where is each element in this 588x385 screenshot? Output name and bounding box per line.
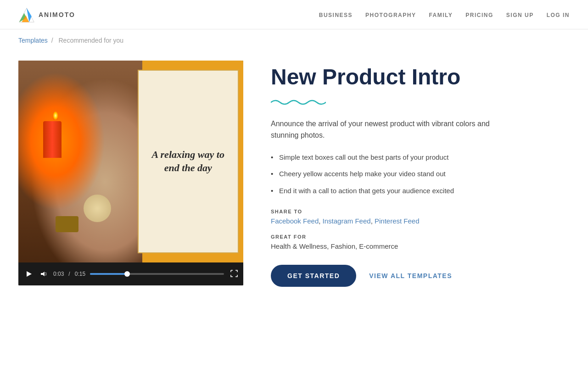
breadcrumb: Templates / Recommended for you — [0, 29, 588, 51]
video-container: A relaxing way to end the day — [18, 61, 243, 287]
svg-line-7 — [45, 274, 46, 275]
svg-line-6 — [45, 273, 46, 273]
feature-item: Cheery yellow accents help make your vid… — [271, 169, 500, 179]
share-to-section: SHARE TO Facebook Feed, Instagram Feed, … — [271, 209, 570, 225]
nav-login[interactable]: LOG IN — [547, 12, 570, 18]
svg-marker-4 — [27, 271, 32, 277]
main-content: A relaxing way to end the day — [0, 51, 588, 314]
great-for-section: GREAT FOR Health & Wellness, Fashion, E-… — [271, 234, 570, 250]
volume-icon — [40, 271, 47, 277]
video-controls: 0:03 / 0:15 — [18, 262, 243, 285]
animoto-logo-icon — [18, 6, 35, 23]
candle-flame-icon — [53, 111, 58, 120]
logo[interactable]: ANIMOTO — [18, 6, 75, 23]
get-started-button[interactable]: GET STARTED — [271, 265, 356, 287]
navbar: ANIMOTO BUSINESS PHOTOGRAPHY FAMILY PRIC… — [0, 0, 588, 29]
video-candle-area — [18, 61, 142, 262]
view-all-templates-button[interactable]: VIEW ALL TEMPLATES — [369, 272, 452, 279]
video-thumbnail: A relaxing way to end the day — [18, 61, 243, 262]
nav-links: BUSINESS PHOTOGRAPHY FAMILY PRICING SIGN… — [319, 11, 570, 19]
product-title: New Product Intro — [271, 65, 570, 89]
fullscreen-button[interactable] — [230, 270, 238, 279]
play-button[interactable] — [24, 269, 34, 279]
facebook-feed-link[interactable]: Facebook Feed — [271, 217, 319, 225]
share-links: Facebook Feed, Instagram Feed, Pinterest… — [271, 217, 570, 225]
nav-signup[interactable]: SIGN UP — [506, 12, 534, 18]
volume-button[interactable] — [39, 269, 49, 279]
nav-photography[interactable]: PHOTOGRAPHY — [365, 12, 416, 18]
nav-family[interactable]: FAMILY — [429, 12, 453, 18]
video-wrapper: A relaxing way to end the day — [18, 61, 243, 285]
video-text-card: A relaxing way to end the day — [138, 70, 239, 253]
product-description: Announce the arrival of your newest prod… — [271, 118, 510, 141]
right-panel: New Product Intro Announce the arrival o… — [271, 61, 570, 287]
share-to-label: SHARE TO — [271, 209, 570, 214]
total-time: 0:15 — [75, 271, 85, 277]
feature-item: End it with a call to action that gets y… — [271, 186, 500, 196]
candle-image — [18, 61, 142, 262]
logo-text: ANIMOTO — [39, 11, 75, 18]
feature-item: Simple text boxes call out the best part… — [271, 152, 500, 163]
breadcrumb-current: Recommended for you — [58, 37, 123, 44]
pinterest-feed-link[interactable]: Pinterest Feed — [375, 217, 420, 225]
play-icon — [26, 271, 32, 277]
video-progress-bar[interactable] — [90, 273, 224, 275]
time-separator: / — [68, 271, 70, 277]
nav-business[interactable]: BUSINESS — [319, 12, 353, 18]
video-progress-fill — [90, 273, 128, 275]
wave-icon — [271, 98, 326, 107]
cta-buttons: GET STARTED VIEW ALL TEMPLATES — [271, 265, 570, 287]
instagram-feed-link[interactable]: Instagram Feed — [323, 217, 371, 225]
great-for-value: Health & Wellness, Fashion, E-commerce — [271, 242, 570, 250]
video-card-text: A relaxing way to end the day — [146, 148, 231, 174]
features-list: Simple text boxes call out the best part… — [271, 152, 570, 196]
current-time: 0:03 — [53, 271, 64, 277]
progress-handle — [124, 271, 130, 277]
nav-pricing[interactable]: PRICING — [465, 12, 493, 18]
svg-marker-5 — [41, 272, 45, 276]
fullscreen-icon — [230, 270, 238, 277]
great-for-label: GREAT FOR — [271, 234, 570, 240]
breadcrumb-templates-link[interactable]: Templates — [18, 37, 48, 44]
breadcrumb-separator: / — [51, 37, 53, 44]
wave-divider — [271, 98, 570, 109]
